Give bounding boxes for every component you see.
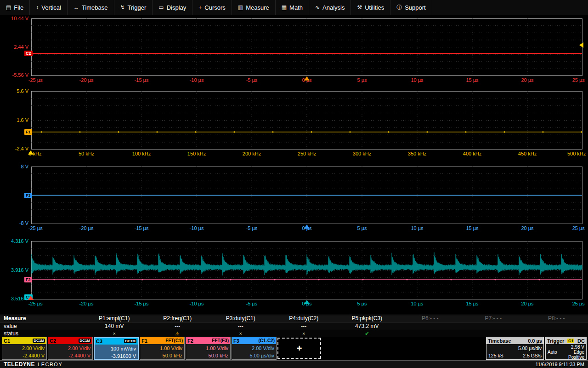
trace-label-f2[interactable]: F2: [24, 277, 32, 282]
x-axis-label: -25 µs: [28, 301, 43, 306]
trigger-level-marker[interactable]: [579, 42, 583, 48]
descriptor-header: F1FFT(C1): [140, 337, 184, 344]
y-axis-label: 5.6 V: [0, 88, 28, 94]
descriptor-c2[interactable]: C2DC1M2.00 V/div-2.4400 V: [48, 337, 93, 360]
x-axis-label: 500 kHz: [567, 151, 586, 156]
menu-item-label: Utilities: [365, 4, 384, 11]
scale-value: 100 mV/div: [96, 345, 136, 352]
measure-value: ---: [272, 322, 336, 330]
y-axis-label: 4.316 V: [0, 238, 28, 244]
measure-param-header[interactable]: P1:ampl(C1): [83, 315, 146, 322]
offset-marker[interactable]: [28, 296, 34, 300]
measure-param-header[interactable]: P4:duty(C2): [272, 315, 336, 322]
measure-value: [399, 322, 462, 330]
zero-frequency-marker[interactable]: [28, 150, 34, 155]
timebase-body: 5.00 µs/div125 kS2.5 GS/s: [486, 344, 543, 359]
x-axis-label: 350 kHz: [408, 151, 426, 156]
x-axis-label: 300 kHz: [353, 151, 371, 156]
measure-param-header[interactable]: P7:- - -: [462, 315, 525, 322]
measure-param-header[interactable]: P8:- - -: [525, 315, 588, 322]
x-axis-label: -25 µs: [28, 225, 43, 231]
brand-teledyne: TELEDYNE: [4, 361, 35, 368]
menu-item-cursors[interactable]: +Cursors: [192, 0, 232, 15]
channel-label: F2: [187, 338, 193, 344]
y-axis-label: 2.44 V: [0, 44, 28, 50]
menu-item-vertical[interactable]: ↕Vertical: [30, 0, 68, 15]
oscilloscope-screen: ▤File↕Vertical↔Timebase↯Trigger▭Display+…: [0, 0, 588, 368]
measure-value: [525, 322, 588, 330]
utilities-icon: ⚒: [357, 4, 362, 11]
analysis-icon: ∿: [315, 4, 320, 11]
descriptor-bar: C1DC1M2.00 V/div-2.4400 VC2DC1M2.00 V/di…: [0, 337, 588, 360]
grid-panel-c3: 4.316 V3.916 V3.516 VF2C3-25 µs-20 µs-15…: [0, 241, 588, 309]
menu-item-label: Measure: [246, 4, 269, 11]
menu-item-file[interactable]: ▤File: [0, 0, 30, 15]
trigger-time-marker[interactable]: [304, 76, 310, 80]
x-axis-label: -15 µs: [135, 301, 149, 306]
y-axis-label: -8 V: [0, 220, 28, 226]
menu-item-label: Vertical: [41, 4, 61, 11]
trigger-slope: Positive: [548, 355, 584, 360]
x-axis-label: -10 µs: [190, 301, 204, 306]
measure-row-label: value: [0, 322, 83, 330]
trigger-box[interactable]: TriggerC1DC2.98 VAutoEdgePositive: [545, 337, 587, 360]
measure-value: ---: [209, 322, 272, 330]
trace-label-f1[interactable]: F1: [24, 129, 32, 135]
add-trace-box[interactable]: +: [277, 338, 321, 359]
coupling-badge: DC1M: [79, 339, 91, 343]
graticule-f1[interactable]: [31, 91, 582, 150]
measure-param-header[interactable]: P3:duty(C1): [209, 315, 272, 322]
measure-value: ---: [146, 322, 209, 330]
status-empty: [525, 330, 588, 337]
descriptor-f1[interactable]: F1FFT(C1)1.00 V/div50.0 kHz: [140, 337, 185, 360]
channel-label: C3: [96, 339, 102, 344]
menu-item-analysis[interactable]: ∿Analysis: [309, 0, 351, 15]
graticule-c3[interactable]: [31, 241, 582, 299]
plus-icon: +: [297, 343, 302, 354]
x-axis-label: 150 kHz: [187, 151, 206, 156]
graticule-c2[interactable]: [31, 18, 582, 76]
graticule-f3[interactable]: [31, 167, 582, 224]
descriptor-header: F2FFT(F3): [186, 337, 230, 344]
descriptor-header: C2DC1M: [48, 337, 92, 344]
trigger-title: Trigger: [547, 338, 564, 344]
measure-param-header[interactable]: P6:- - -: [399, 315, 462, 322]
descriptor-f3[interactable]: F3(C1-C2)2.00 V/div5.00 µs/div: [232, 337, 277, 360]
status-x-icon: ×: [83, 330, 146, 337]
measure-param-header[interactable]: P2:freq(C1): [146, 315, 209, 322]
measure-value: 473.2 mV: [335, 322, 399, 330]
descriptor-c1[interactable]: C1DC1M2.00 V/div-2.4400 V: [2, 337, 47, 360]
measure-grid: MeasurevaluestatusP1:ampl(C1)140 mV×P2:f…: [0, 315, 588, 337]
menu-item-trigger[interactable]: ↯Trigger: [114, 0, 153, 15]
trace-label-f3[interactable]: F3: [24, 193, 32, 198]
channel-label: C2: [50, 338, 56, 344]
x-axis-label: -20 µs: [79, 77, 94, 83]
timebase-title: Timebase: [488, 338, 511, 344]
descriptor-f2[interactable]: F2FFT(F3)1.00 V/div50.0 kHz: [186, 337, 231, 360]
menu-item-math[interactable]: ▦Math: [276, 0, 309, 15]
menu-item-display[interactable]: ▭Display: [153, 0, 192, 15]
measure-param-header[interactable]: P5:pkpk(C3): [335, 315, 399, 322]
menu-item-label: File: [14, 4, 23, 11]
menu-item-label: Cursors: [204, 4, 226, 11]
trigger-time-marker[interactable]: [304, 224, 310, 229]
menu-item-measure[interactable]: ▥Measure: [232, 0, 276, 15]
menu-item-timebase[interactable]: ↔Timebase: [68, 0, 114, 15]
timebase-delay: 0.0 µs: [528, 338, 542, 344]
function-label: (C1-C2): [258, 338, 275, 343]
menu-item-utilities[interactable]: ⚒Utilities: [351, 0, 390, 15]
menu-item-label: Trigger: [128, 4, 147, 11]
status-empty: [399, 330, 462, 337]
trigger-time-marker[interactable]: [304, 300, 310, 304]
descriptor-c3[interactable]: C3DC1M100 mV/div-3.91600 V: [94, 337, 139, 360]
teledyne-lecroy-logo: TELEDYNE LECROY: [4, 361, 62, 368]
menu-item-support[interactable]: ⓘSupport: [390, 0, 432, 15]
timebase-box[interactable]: Timebase0.0 µs5.00 µs/div125 kS2.5 GS/s: [486, 337, 544, 360]
descriptor-body: 2.00 V/div-2.4400 V: [48, 344, 92, 359]
offset-value: -2.4400 V: [4, 352, 45, 359]
scale-value: 2.00 V/div: [4, 345, 45, 352]
trace-label-c2[interactable]: C2: [24, 51, 33, 56]
scale-value: 2.00 V/div: [234, 345, 274, 352]
scale-value: 1.00 V/div: [188, 345, 228, 352]
x-axis-label: 100 kHz: [132, 151, 151, 156]
